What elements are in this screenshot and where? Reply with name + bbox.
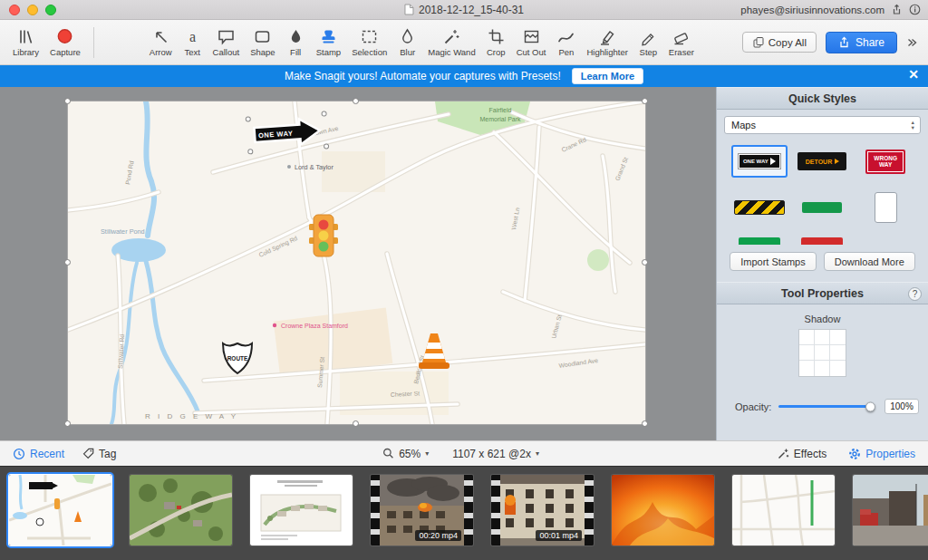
selection-handle[interactable] (64, 98, 71, 104)
tool-magic-wand[interactable]: Magic Wand (422, 25, 480, 59)
toolbar: Library Capture Arrow a Text Callout Sha… (0, 20, 928, 65)
selection-handle[interactable] (64, 420, 71, 427)
capture-thumbnail-map[interactable] (732, 475, 835, 546)
close-window-button[interactable] (9, 5, 20, 15)
film-sprockets-icon (491, 475, 500, 546)
tool-stamp-selected[interactable]: Stamp (311, 25, 346, 59)
tool-pen[interactable]: Pen (551, 25, 581, 59)
film-sprockets-icon (585, 475, 594, 546)
capture-thumbnail-document[interactable] (250, 475, 353, 546)
tool-selection[interactable]: Selection (346, 25, 392, 59)
quick-style-start[interactable]: START (739, 237, 780, 245)
quick-style-wrong-way[interactable]: WRONG WAY (865, 150, 905, 174)
canvas[interactable]: Fairfield Memorial Park Lord & Taylor St… (0, 87, 716, 440)
shadow-direction-picker[interactable] (798, 329, 846, 377)
route-shield-stamp[interactable]: ROUTE (223, 343, 252, 373)
copy-all-button[interactable]: Copy All (742, 32, 817, 53)
download-more-button[interactable]: Download More (824, 252, 915, 271)
shadow-cell[interactable] (815, 330, 830, 345)
share-button[interactable]: Share (826, 32, 897, 53)
shadow-cell[interactable] (799, 361, 815, 376)
tool-highlighter[interactable]: Highlighter (581, 25, 633, 59)
library-button[interactable]: Library (7, 25, 44, 59)
opacity-slider[interactable] (778, 405, 874, 408)
tool-label: Stamp (316, 47, 341, 57)
capture-thumbnail-aerial[interactable] (130, 475, 232, 546)
recent-button[interactable]: Recent (13, 448, 64, 460)
document-proxy-icon[interactable] (404, 4, 414, 15)
minimize-window-button[interactable] (27, 5, 38, 15)
selection-handle[interactable] (642, 420, 648, 427)
quick-style-hazard-stripe[interactable] (734, 200, 785, 215)
selection-handle[interactable] (353, 420, 359, 427)
effects-button[interactable]: Effects (777, 448, 826, 460)
opacity-slider-knob[interactable] (865, 401, 875, 411)
info-icon[interactable] (909, 4, 921, 15)
traffic-light-stamp[interactable] (309, 215, 338, 256)
stamp-handle[interactable] (322, 111, 326, 116)
quick-style-green-bar[interactable] (802, 202, 842, 213)
shadow-cell[interactable] (830, 345, 846, 361)
learn-more-button[interactable]: Learn More (572, 68, 643, 84)
selection-handle[interactable] (353, 98, 359, 104)
tool-eraser[interactable]: Eraser (663, 25, 700, 59)
stamp-category-dropdown[interactable]: Maps ▲▼ (724, 116, 921, 134)
help-icon[interactable]: ? (908, 287, 922, 301)
library-icon (16, 27, 35, 46)
tool-fill[interactable]: Fill (281, 25, 311, 59)
capture-thumbnail-street[interactable] (853, 475, 928, 546)
window-title: 2018-12-12_15-40-31 (419, 4, 524, 16)
stamp-handle[interactable] (246, 117, 250, 121)
tool-cut-out[interactable]: Cut Out (511, 25, 552, 59)
stamp-handle[interactable] (324, 144, 328, 149)
map-image[interactable]: Fairfield Memorial Park Lord & Taylor St… (68, 101, 645, 424)
shadow-cell[interactable] (799, 330, 815, 345)
highlighter-tool-icon (598, 27, 617, 46)
upload-share-icon[interactable] (891, 4, 903, 15)
tool-text[interactable]: a Text (178, 25, 208, 59)
clock-icon (13, 448, 25, 460)
tool-label: Blur (400, 47, 415, 57)
tool-shape[interactable]: Shape (245, 25, 280, 59)
tool-blur[interactable]: Blur (392, 25, 422, 59)
capture-thumbnail-video[interactable]: 00:20 mp4 (371, 475, 473, 546)
selection-handle[interactable] (64, 259, 71, 266)
import-stamps-button[interactable]: Import Stamps (730, 252, 817, 271)
tool-step[interactable]: Step (633, 25, 663, 59)
tool-callout[interactable]: Callout (208, 25, 246, 59)
capture-thumbnail-video[interactable]: 00:01 mp4 (491, 475, 594, 546)
quick-style-one-way-selected[interactable]: ONE WAY (731, 145, 788, 178)
zoom-control[interactable]: 65% ▾ (382, 448, 429, 460)
tag-button[interactable]: Tag (82, 448, 116, 460)
shadow-cell[interactable] (815, 361, 830, 376)
capture-button[interactable]: Capture (44, 25, 86, 59)
properties-button[interactable]: Properties (848, 448, 915, 460)
tool-crop[interactable]: Crop (481, 25, 511, 59)
quick-style-finish[interactable]: FINISH (801, 237, 843, 245)
selection-handle[interactable] (642, 98, 648, 104)
one-way-stamp[interactable]: ONE WAY (246, 111, 329, 154)
shadow-cell[interactable] (830, 330, 846, 345)
banner-close-icon[interactable]: ✕ (908, 68, 919, 81)
zoom-window-button[interactable] (45, 5, 56, 15)
capture-thumbnail-map-selected[interactable] (9, 475, 111, 546)
opacity-value-field[interactable]: 100% (884, 399, 919, 414)
street-label: Pond Rd (124, 160, 135, 185)
selection-handle[interactable] (642, 259, 648, 266)
shadow-cell[interactable] (799, 345, 815, 361)
tool-arrow[interactable]: Arrow (144, 25, 178, 59)
shadow-cell[interactable] (815, 345, 830, 361)
account-email[interactable]: phayes@siriusinnovations.com (740, 5, 884, 15)
toolbar-overflow-icon[interactable] (906, 37, 917, 48)
capture-thumbnail-fire[interactable] (612, 475, 714, 546)
stamp-handle[interactable] (248, 150, 253, 154)
map-label: Stillwater Pond (101, 227, 145, 236)
shadow-cell[interactable] (830, 361, 846, 376)
dimensions-control[interactable]: 1107 x 621 @2x ▾ (452, 448, 539, 460)
traffic-cone-stamp[interactable] (419, 333, 450, 369)
capture-label: Capture (50, 47, 81, 57)
quick-style-detour[interactable]: DETOUR (798, 152, 846, 170)
dimensions-caret-icon: ▾ (536, 449, 539, 458)
quick-style-blank-sign[interactable] (875, 192, 897, 223)
magic-wand-tool-icon (442, 27, 461, 46)
